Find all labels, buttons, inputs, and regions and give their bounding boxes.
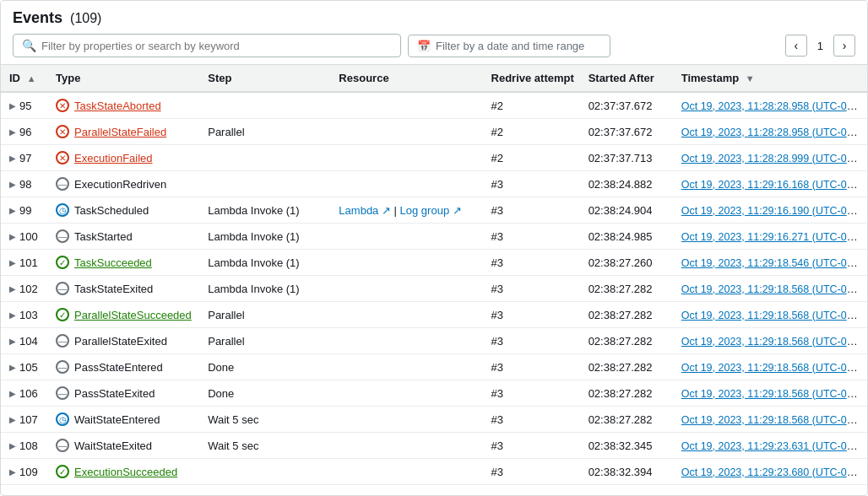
expand-button[interactable]: ▶ — [9, 415, 16, 424]
cell-timestamp[interactable]: Oct 19, 2023, 11:29:18.568 (UTC-07:00) — [673, 276, 867, 302]
timestamp-link[interactable]: Oct 19, 2023, 11:29:18.568 (UTC-07:00) — [681, 413, 867, 426]
cell-timestamp[interactable]: Oct 19, 2023, 11:28:28.999 (UTC-07:00) — [673, 145, 867, 171]
expand-button[interactable]: ▶ — [9, 258, 16, 267]
cell-type: —WaitStateExited — [47, 433, 199, 459]
date-filter[interactable]: 📅 Filter by a date and time range — [408, 35, 610, 57]
timestamp-link[interactable]: Oct 19, 2023, 11:28:28.999 (UTC-07:00) — [681, 152, 867, 164]
col-redrive: Redrive attempt — [483, 65, 580, 92]
cell-resource — [330, 433, 482, 459]
cell-started: 02:38:27.282 — [580, 354, 673, 380]
table-row: ▶97✕ExecutionFailed#202:37:37.713Oct 19,… — [1, 145, 867, 171]
cell-id: ▶100 — [1, 224, 47, 250]
type-icon: — — [56, 386, 69, 400]
log-group-link[interactable]: Log group ↗ — [400, 204, 462, 217]
timestamp-link[interactable]: Oct 19, 2023, 11:28:28.958 (UTC-07:00) — [681, 126, 867, 138]
col-id[interactable]: ID ▲ — [1, 65, 47, 92]
cell-type: —ParallelStateExited — [47, 328, 199, 354]
cell-timestamp[interactable]: Oct 19, 2023, 11:29:18.546 (UTC-07:00) — [673, 250, 867, 276]
cell-timestamp[interactable]: Oct 19, 2023, 11:29:16.271 (UTC-07:00) — [673, 224, 867, 250]
cell-resource — [330, 145, 482, 171]
expand-button[interactable]: ▶ — [9, 127, 16, 137]
timestamp-link[interactable]: Oct 19, 2023, 11:29:18.568 (UTC-07:00) — [681, 387, 867, 400]
cell-step: Parallel — [199, 302, 330, 328]
timestamp-link[interactable]: Oct 19, 2023, 11:29:16.190 (UTC-07:00) — [681, 204, 867, 217]
cell-timestamp[interactable]: Oct 19, 2023, 11:29:18.568 (UTC-07:00) — [673, 354, 867, 380]
cell-started: 02:37:37.672 — [580, 92, 673, 119]
prev-page-button[interactable]: ‹ — [785, 35, 807, 57]
search-input[interactable] — [41, 40, 392, 52]
expand-button[interactable]: ▶ — [9, 337, 16, 346]
cell-type: —PassStateExited — [47, 380, 199, 407]
cell-timestamp[interactable]: Oct 19, 2023, 11:28:28.958 (UTC-07:00) — [673, 92, 867, 119]
cell-redrive: #3 — [483, 276, 580, 302]
expand-button[interactable]: ▶ — [9, 154, 16, 163]
type-icon: ✓ — [56, 308, 69, 321]
type-label[interactable]: ExecutionFailed — [74, 152, 153, 164]
cell-step — [199, 145, 330, 171]
timestamp-link[interactable]: Oct 19, 2023, 11:29:23.680 (UTC-07:00) — [681, 466, 867, 478]
cell-resource — [330, 171, 482, 197]
cell-redrive: #3 — [483, 380, 580, 407]
type-label[interactable]: TaskSucceeded — [74, 256, 152, 269]
type-label[interactable]: ExecutionSucceeded — [74, 466, 177, 478]
table-row: ▶108—WaitStateExitedWait 5 sec#302:38:32… — [1, 433, 867, 459]
cell-id: ▶102 — [1, 276, 47, 302]
expand-button[interactable]: ▶ — [9, 206, 16, 215]
type-label: WaitStateExited — [74, 439, 152, 452]
cell-type: ✓ParallelStateSucceeded — [47, 302, 199, 328]
expand-button[interactable]: ▶ — [9, 180, 16, 189]
timestamp-link[interactable]: Oct 19, 2023, 11:29:18.568 (UTC-07:00) — [681, 361, 867, 374]
timestamp-link[interactable]: Oct 19, 2023, 11:29:23.631 (UTC-07:00) — [681, 439, 867, 452]
timestamp-link[interactable]: Oct 19, 2023, 11:29:18.546 (UTC-07:00) — [681, 256, 867, 269]
cell-type: —TaskStateExited — [47, 276, 199, 302]
expand-button[interactable]: ▶ — [9, 441, 16, 450]
next-page-button[interactable]: › — [833, 35, 855, 57]
cell-started: 02:38:27.282 — [580, 276, 673, 302]
cell-timestamp[interactable]: Oct 19, 2023, 11:29:18.568 (UTC-07:00) — [673, 328, 867, 354]
expand-button[interactable]: ▶ — [9, 389, 16, 398]
type-label[interactable]: ParallelStateFailed — [74, 126, 166, 138]
cell-timestamp[interactable]: Oct 19, 2023, 11:29:23.631 (UTC-07:00) — [673, 433, 867, 459]
lambda-link[interactable]: Lambda ↗ — [339, 204, 391, 217]
cell-timestamp[interactable]: Oct 19, 2023, 11:29:16.190 (UTC-07:00) — [673, 197, 867, 224]
cell-timestamp[interactable]: Oct 19, 2023, 11:29:18.568 (UTC-07:00) — [673, 407, 867, 433]
cell-id: ▶107 — [1, 407, 47, 433]
expand-button[interactable]: ▶ — [9, 232, 16, 241]
timestamp-link[interactable]: Oct 19, 2023, 11:29:16.168 (UTC-07:00) — [681, 178, 867, 191]
col-type: Type — [47, 65, 199, 92]
type-label[interactable]: TaskStateAborted — [74, 100, 161, 112]
cell-timestamp[interactable]: Oct 19, 2023, 11:29:23.680 (UTC-07:00) — [673, 459, 867, 485]
timestamp-link[interactable]: Oct 19, 2023, 11:29:18.568 (UTC-07:00) — [681, 309, 867, 321]
timestamp-link[interactable]: Oct 19, 2023, 11:29:18.568 (UTC-07:00) — [681, 283, 867, 295]
type-icon: — — [56, 229, 69, 243]
table-row: ▶107◷WaitStateEnteredWait 5 sec#302:38:2… — [1, 407, 867, 433]
cell-timestamp[interactable]: Oct 19, 2023, 11:29:16.168 (UTC-07:00) — [673, 171, 867, 197]
search-box[interactable]: 🔍 — [13, 34, 401, 57]
timestamp-link[interactable]: Oct 19, 2023, 11:29:18.568 (UTC-07:00) — [681, 335, 867, 348]
cell-type: ✓ExecutionSucceeded — [47, 459, 199, 485]
cell-started: 02:37:37.672 — [580, 119, 673, 145]
cell-id: ▶108 — [1, 433, 47, 459]
cell-step: Wait 5 sec — [199, 433, 330, 459]
type-icon: ◷ — [56, 203, 69, 217]
cell-timestamp[interactable]: Oct 19, 2023, 11:29:18.568 (UTC-07:00) — [673, 302, 867, 328]
type-label: ExecutionRedriven — [74, 178, 166, 191]
type-label[interactable]: ParallelStateSucceeded — [74, 309, 192, 321]
expand-button[interactable]: ▶ — [9, 101, 16, 111]
timestamp-link[interactable]: Oct 19, 2023, 11:29:16.271 (UTC-07:00) — [681, 230, 867, 243]
table-row: ▶104—ParallelStateExitedParallel#302:38:… — [1, 328, 867, 354]
cell-timestamp[interactable]: Oct 19, 2023, 11:28:28.958 (UTC-07:00) — [673, 119, 867, 145]
expand-button[interactable]: ▶ — [9, 363, 16, 372]
cell-timestamp[interactable]: Oct 19, 2023, 11:29:18.568 (UTC-07:00) — [673, 380, 867, 407]
cell-started: 02:38:24.882 — [580, 171, 673, 197]
expand-button[interactable]: ▶ — [9, 467, 16, 477]
timestamp-link[interactable]: Oct 19, 2023, 11:28:28.958 (UTC-07:00) — [681, 100, 867, 112]
table-row: ▶102—TaskStateExitedLambda Invoke (1)#30… — [1, 276, 867, 302]
type-icon: ◷ — [56, 412, 69, 426]
expand-button[interactable]: ▶ — [9, 284, 16, 294]
cell-step — [199, 92, 330, 119]
type-icon: ✕ — [56, 99, 69, 112]
expand-button[interactable]: ▶ — [9, 310, 16, 320]
cell-id: ▶104 — [1, 328, 47, 354]
events-table: ID ▲ Type Step Resource Redrive attempt … — [1, 65, 867, 485]
